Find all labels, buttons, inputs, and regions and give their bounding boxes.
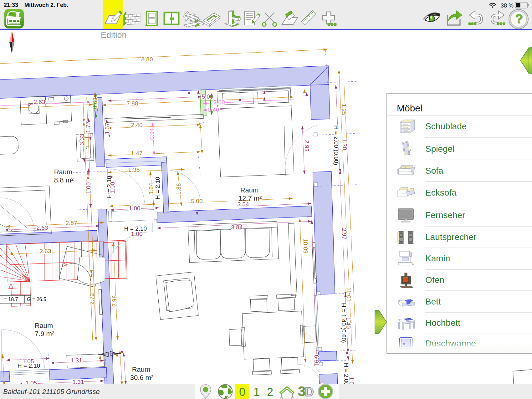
svg-text:1.24: 1.24 [148, 183, 154, 194]
svg-text:1.35: 1.35 [128, 166, 140, 173]
svg-text:0.40: 0.40 [208, 106, 219, 113]
svg-text:Spiegel: Spiegel [425, 144, 454, 154]
svg-text:1.31: 1.31 [71, 357, 82, 364]
svg-text:H = 2.00 (0.00): H = 2.00 (0.00) [333, 125, 340, 165]
svg-text:3.33: 3.33 [79, 134, 85, 146]
svg-text:1.00: 1.00 [85, 182, 92, 194]
svg-text:= 18.7: = 18.7 [4, 297, 18, 302]
svg-text:G = 26.5: G = 26.5 [27, 297, 46, 302]
svg-text:Mittwoch 2. Feb.: Mittwoch 2. Feb. [24, 2, 68, 8]
svg-text:Bett: Bett [425, 297, 441, 306]
svg-text:2.40: 2.40 [131, 122, 143, 128]
svg-text:30.6 m²: 30.6 m² [130, 374, 154, 381]
svg-text:7.9 m²: 7.9 m² [35, 330, 54, 338]
svg-text:Raum: Raum [35, 322, 53, 330]
svg-text:Sofa: Sofa [425, 166, 443, 176]
svg-text:2.72: 2.72 [89, 293, 95, 305]
svg-text:Fernseher: Fernseher [425, 210, 465, 220]
svg-text:2.93: 2.93 [304, 140, 310, 152]
svg-text:H = 2.10: H = 2.10 [18, 362, 40, 369]
svg-text:Schublade: Schublade [425, 121, 467, 131]
svg-text:2.63: 2.63 [40, 248, 51, 254]
svg-text:1.00: 1.00 [129, 205, 141, 212]
svg-text:1.30: 1.30 [341, 139, 348, 150]
svg-text:1.57: 1.57 [104, 123, 110, 135]
svg-text:10.09: 10.09 [302, 238, 309, 253]
svg-text:2.63: 2.63 [37, 224, 48, 231]
svg-text:Möbel: Möbel [397, 103, 422, 113]
svg-text:2.60: 2.60 [213, 99, 225, 105]
svg-text:Kamin: Kamin [425, 253, 450, 263]
svg-text:2.87: 2.87 [66, 220, 77, 226]
svg-text:1.47: 1.47 [131, 150, 143, 156]
svg-text:Lautsprecher: Lautsprecher [425, 232, 476, 242]
svg-text:21:33: 21:33 [4, 2, 18, 8]
svg-text:Ofen: Ofen [425, 275, 444, 285]
svg-text:Baldauf-101 211105 Grundrisse: Baldauf-101 211105 Grundrisse [3, 388, 100, 396]
svg-text:Hochbett: Hochbett [425, 318, 460, 328]
svg-text:H = 2.00: H = 2.00 [343, 363, 350, 386]
svg-text:8.80: 8.80 [141, 56, 153, 63]
svg-text:Raum: Raum [54, 168, 73, 176]
svg-text:38 %: 38 % [501, 3, 514, 9]
svg-text:1.25: 1.25 [341, 104, 347, 115]
svg-text:1: 1 [253, 386, 260, 398]
svg-text:1.77: 1.77 [85, 121, 91, 133]
svg-text:0: 0 [239, 386, 245, 398]
svg-text:2.97: 2.97 [341, 228, 348, 240]
svg-text:5.00: 5.00 [191, 198, 203, 204]
svg-text:0.94: 0.94 [149, 128, 155, 140]
svg-text:1.00: 1.00 [109, 182, 116, 194]
svg-text:11.01: 11.01 [345, 287, 352, 302]
svg-text:2: 2 [267, 386, 273, 398]
svg-text:Raum: Raum [240, 186, 259, 194]
svg-text:H = 2.10: H = 2.10 [154, 177, 161, 199]
svg-text:?: ? [515, 12, 523, 25]
svg-text:8.8 m²: 8.8 m² [54, 176, 74, 184]
svg-text:3.84: 3.84 [231, 224, 243, 231]
svg-text:1.36: 1.36 [175, 183, 182, 195]
svg-text:1.00: 1.00 [131, 231, 143, 237]
svg-text:6.91: 6.91 [313, 355, 320, 366]
svg-text:2.96: 2.96 [111, 295, 118, 307]
svg-text:H = 1.40 (0.60): H = 1.40 (0.60) [340, 303, 347, 343]
svg-text:2.63: 2.63 [34, 99, 45, 105]
svg-text:7.88: 7.88 [127, 100, 138, 107]
svg-text:12.7 m²: 12.7 m² [238, 194, 262, 202]
svg-text:Ecksofa: Ecksofa [425, 188, 457, 197]
svg-text:Raum: Raum [132, 366, 151, 373]
